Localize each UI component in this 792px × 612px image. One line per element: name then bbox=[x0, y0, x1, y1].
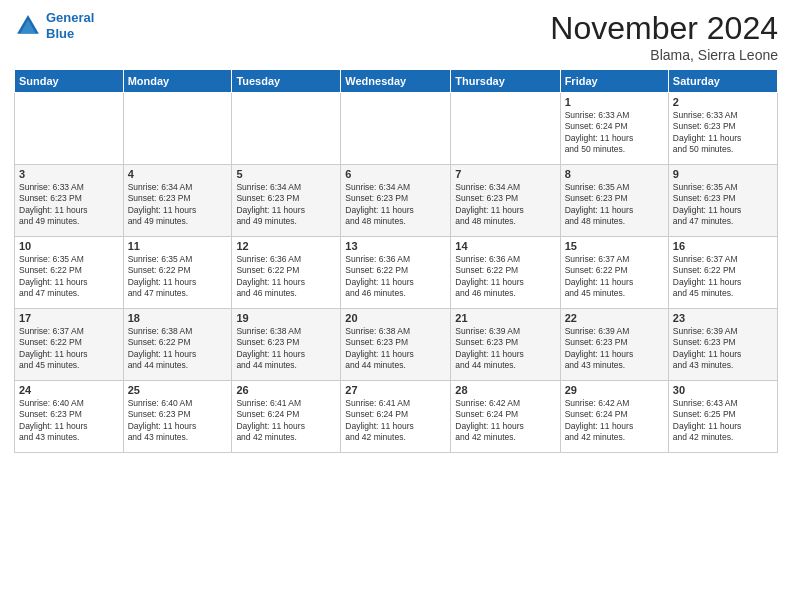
calendar-cell: 8Sunrise: 6:35 AM Sunset: 6:23 PM Daylig… bbox=[560, 165, 668, 237]
day-info: Sunrise: 6:36 AM Sunset: 6:22 PM Dayligh… bbox=[236, 254, 336, 300]
title-block: November 2024 Blama, Sierra Leone bbox=[550, 10, 778, 63]
day-number: 20 bbox=[345, 312, 446, 324]
calendar-cell: 6Sunrise: 6:34 AM Sunset: 6:23 PM Daylig… bbox=[341, 165, 451, 237]
day-number: 2 bbox=[673, 96, 773, 108]
day-number: 19 bbox=[236, 312, 336, 324]
day-info: Sunrise: 6:42 AM Sunset: 6:24 PM Dayligh… bbox=[565, 398, 664, 444]
week-row-3: 10Sunrise: 6:35 AM Sunset: 6:22 PM Dayli… bbox=[15, 237, 778, 309]
day-number: 4 bbox=[128, 168, 228, 180]
logo-text: General Blue bbox=[46, 10, 94, 41]
calendar-cell: 4Sunrise: 6:34 AM Sunset: 6:23 PM Daylig… bbox=[123, 165, 232, 237]
day-info: Sunrise: 6:33 AM Sunset: 6:24 PM Dayligh… bbox=[565, 110, 664, 156]
calendar-cell: 13Sunrise: 6:36 AM Sunset: 6:22 PM Dayli… bbox=[341, 237, 451, 309]
day-info: Sunrise: 6:37 AM Sunset: 6:22 PM Dayligh… bbox=[19, 326, 119, 372]
calendar-cell: 15Sunrise: 6:37 AM Sunset: 6:22 PM Dayli… bbox=[560, 237, 668, 309]
calendar-cell: 23Sunrise: 6:39 AM Sunset: 6:23 PM Dayli… bbox=[668, 309, 777, 381]
month-title: November 2024 bbox=[550, 10, 778, 47]
day-number: 30 bbox=[673, 384, 773, 396]
day-info: Sunrise: 6:40 AM Sunset: 6:23 PM Dayligh… bbox=[19, 398, 119, 444]
day-info: Sunrise: 6:35 AM Sunset: 6:22 PM Dayligh… bbox=[19, 254, 119, 300]
calendar-cell bbox=[15, 93, 124, 165]
day-number: 28 bbox=[455, 384, 555, 396]
weekday-header-wednesday: Wednesday bbox=[341, 70, 451, 93]
day-number: 25 bbox=[128, 384, 228, 396]
day-info: Sunrise: 6:33 AM Sunset: 6:23 PM Dayligh… bbox=[19, 182, 119, 228]
weekday-header-monday: Monday bbox=[123, 70, 232, 93]
week-row-5: 24Sunrise: 6:40 AM Sunset: 6:23 PM Dayli… bbox=[15, 381, 778, 453]
calendar-cell: 3Sunrise: 6:33 AM Sunset: 6:23 PM Daylig… bbox=[15, 165, 124, 237]
calendar-cell: 2Sunrise: 6:33 AM Sunset: 6:23 PM Daylig… bbox=[668, 93, 777, 165]
logo: General Blue bbox=[14, 10, 94, 41]
day-number: 21 bbox=[455, 312, 555, 324]
day-number: 14 bbox=[455, 240, 555, 252]
day-info: Sunrise: 6:37 AM Sunset: 6:22 PM Dayligh… bbox=[673, 254, 773, 300]
day-info: Sunrise: 6:34 AM Sunset: 6:23 PM Dayligh… bbox=[236, 182, 336, 228]
week-row-4: 17Sunrise: 6:37 AM Sunset: 6:22 PM Dayli… bbox=[15, 309, 778, 381]
day-number: 7 bbox=[455, 168, 555, 180]
weekday-header-row: SundayMondayTuesdayWednesdayThursdayFrid… bbox=[15, 70, 778, 93]
day-info: Sunrise: 6:38 AM Sunset: 6:23 PM Dayligh… bbox=[345, 326, 446, 372]
day-info: Sunrise: 6:42 AM Sunset: 6:24 PM Dayligh… bbox=[455, 398, 555, 444]
day-number: 23 bbox=[673, 312, 773, 324]
logo-line1: General bbox=[46, 10, 94, 25]
day-info: Sunrise: 6:40 AM Sunset: 6:23 PM Dayligh… bbox=[128, 398, 228, 444]
day-info: Sunrise: 6:39 AM Sunset: 6:23 PM Dayligh… bbox=[673, 326, 773, 372]
calendar-cell: 25Sunrise: 6:40 AM Sunset: 6:23 PM Dayli… bbox=[123, 381, 232, 453]
calendar-cell: 10Sunrise: 6:35 AM Sunset: 6:22 PM Dayli… bbox=[15, 237, 124, 309]
weekday-header-thursday: Thursday bbox=[451, 70, 560, 93]
day-number: 9 bbox=[673, 168, 773, 180]
day-number: 5 bbox=[236, 168, 336, 180]
calendar-cell: 27Sunrise: 6:41 AM Sunset: 6:24 PM Dayli… bbox=[341, 381, 451, 453]
logo-icon bbox=[14, 12, 42, 40]
day-number: 26 bbox=[236, 384, 336, 396]
day-info: Sunrise: 6:39 AM Sunset: 6:23 PM Dayligh… bbox=[565, 326, 664, 372]
day-info: Sunrise: 6:41 AM Sunset: 6:24 PM Dayligh… bbox=[236, 398, 336, 444]
day-number: 18 bbox=[128, 312, 228, 324]
day-info: Sunrise: 6:37 AM Sunset: 6:22 PM Dayligh… bbox=[565, 254, 664, 300]
day-info: Sunrise: 6:38 AM Sunset: 6:22 PM Dayligh… bbox=[128, 326, 228, 372]
day-number: 27 bbox=[345, 384, 446, 396]
page: General Blue November 2024 Blama, Sierra… bbox=[0, 0, 792, 612]
day-info: Sunrise: 6:36 AM Sunset: 6:22 PM Dayligh… bbox=[455, 254, 555, 300]
day-number: 12 bbox=[236, 240, 336, 252]
calendar-cell: 9Sunrise: 6:35 AM Sunset: 6:23 PM Daylig… bbox=[668, 165, 777, 237]
day-number: 16 bbox=[673, 240, 773, 252]
calendar-cell bbox=[341, 93, 451, 165]
day-number: 6 bbox=[345, 168, 446, 180]
weekday-header-saturday: Saturday bbox=[668, 70, 777, 93]
day-info: Sunrise: 6:34 AM Sunset: 6:23 PM Dayligh… bbox=[128, 182, 228, 228]
day-number: 13 bbox=[345, 240, 446, 252]
calendar-cell: 22Sunrise: 6:39 AM Sunset: 6:23 PM Dayli… bbox=[560, 309, 668, 381]
calendar-cell: 24Sunrise: 6:40 AM Sunset: 6:23 PM Dayli… bbox=[15, 381, 124, 453]
calendar-cell bbox=[123, 93, 232, 165]
calendar-cell bbox=[451, 93, 560, 165]
location: Blama, Sierra Leone bbox=[550, 47, 778, 63]
header: General Blue November 2024 Blama, Sierra… bbox=[14, 10, 778, 63]
logo-line2: Blue bbox=[46, 26, 74, 41]
day-info: Sunrise: 6:38 AM Sunset: 6:23 PM Dayligh… bbox=[236, 326, 336, 372]
day-number: 10 bbox=[19, 240, 119, 252]
calendar-cell: 16Sunrise: 6:37 AM Sunset: 6:22 PM Dayli… bbox=[668, 237, 777, 309]
calendar: SundayMondayTuesdayWednesdayThursdayFrid… bbox=[14, 69, 778, 453]
day-number: 29 bbox=[565, 384, 664, 396]
day-info: Sunrise: 6:34 AM Sunset: 6:23 PM Dayligh… bbox=[455, 182, 555, 228]
day-info: Sunrise: 6:35 AM Sunset: 6:22 PM Dayligh… bbox=[128, 254, 228, 300]
day-number: 1 bbox=[565, 96, 664, 108]
weekday-header-friday: Friday bbox=[560, 70, 668, 93]
day-info: Sunrise: 6:34 AM Sunset: 6:23 PM Dayligh… bbox=[345, 182, 446, 228]
calendar-cell bbox=[232, 93, 341, 165]
day-info: Sunrise: 6:43 AM Sunset: 6:25 PM Dayligh… bbox=[673, 398, 773, 444]
day-number: 8 bbox=[565, 168, 664, 180]
day-info: Sunrise: 6:41 AM Sunset: 6:24 PM Dayligh… bbox=[345, 398, 446, 444]
day-number: 3 bbox=[19, 168, 119, 180]
day-info: Sunrise: 6:39 AM Sunset: 6:23 PM Dayligh… bbox=[455, 326, 555, 372]
calendar-cell: 7Sunrise: 6:34 AM Sunset: 6:23 PM Daylig… bbox=[451, 165, 560, 237]
day-info: Sunrise: 6:35 AM Sunset: 6:23 PM Dayligh… bbox=[565, 182, 664, 228]
calendar-cell: 1Sunrise: 6:33 AM Sunset: 6:24 PM Daylig… bbox=[560, 93, 668, 165]
calendar-cell: 12Sunrise: 6:36 AM Sunset: 6:22 PM Dayli… bbox=[232, 237, 341, 309]
day-number: 17 bbox=[19, 312, 119, 324]
day-info: Sunrise: 6:35 AM Sunset: 6:23 PM Dayligh… bbox=[673, 182, 773, 228]
calendar-cell: 18Sunrise: 6:38 AM Sunset: 6:22 PM Dayli… bbox=[123, 309, 232, 381]
weekday-header-sunday: Sunday bbox=[15, 70, 124, 93]
day-number: 15 bbox=[565, 240, 664, 252]
